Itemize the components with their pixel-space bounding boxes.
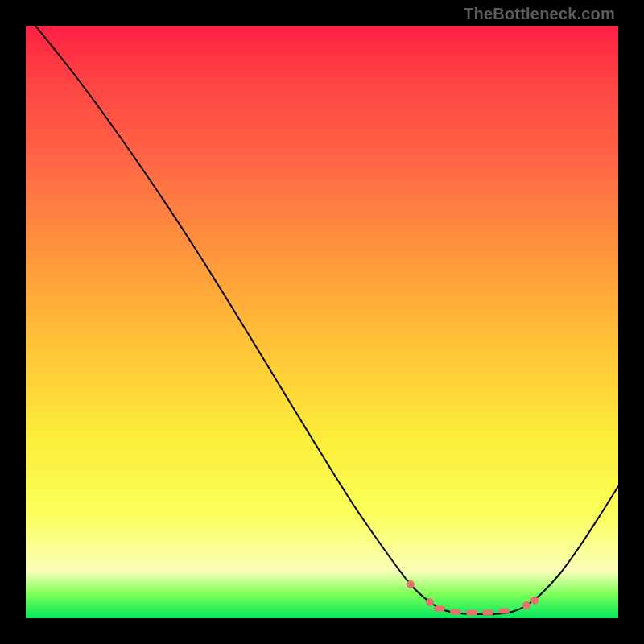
bottleneck-curve-plot: [26, 26, 618, 618]
plot-frame: [26, 26, 618, 618]
marker-dot: [426, 598, 434, 606]
marker-dash: [434, 606, 445, 612]
marker-dot: [522, 601, 530, 609]
marker-dash: [450, 609, 461, 615]
marker-dot: [407, 580, 415, 588]
marker-dash: [466, 610, 477, 616]
bottleneck-curve: [35, 26, 618, 614]
marker-dash: [498, 609, 510, 614]
attribution-text: TheBottleneck.com: [464, 5, 615, 23]
marker-dash: [482, 610, 493, 616]
marker-dot: [530, 597, 539, 605]
